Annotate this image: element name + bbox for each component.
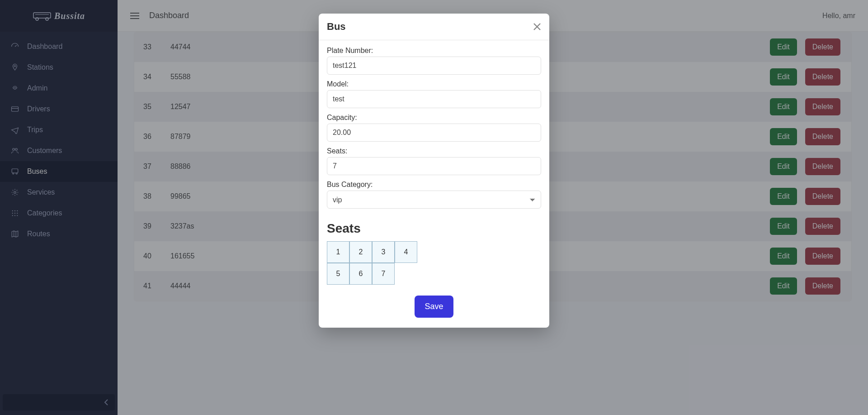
bus-modal: Bus Plate Number: Model: Capacity: Seats… bbox=[319, 14, 549, 328]
category-label: Bus Category: bbox=[327, 181, 541, 189]
plate-input[interactable] bbox=[327, 57, 541, 75]
seat-cell[interactable]: 3 bbox=[372, 241, 395, 263]
seat-cell[interactable]: 5 bbox=[327, 263, 349, 285]
close-icon bbox=[533, 23, 541, 31]
seat-cell[interactable]: 6 bbox=[349, 263, 372, 285]
model-input[interactable] bbox=[327, 90, 541, 108]
save-button[interactable]: Save bbox=[415, 296, 453, 318]
seat-cell[interactable]: 1 bbox=[327, 241, 349, 263]
seats-field-label: Seats: bbox=[327, 147, 541, 155]
plate-label: Plate Number: bbox=[327, 47, 541, 55]
seat-cell[interactable]: 2 bbox=[349, 241, 372, 263]
seat-cell[interactable]: 4 bbox=[395, 241, 417, 263]
seat-grid: 1234567 bbox=[327, 241, 423, 285]
modal-overlay[interactable]: Bus Plate Number: Model: Capacity: Seats… bbox=[0, 0, 868, 415]
modal-title: Bus bbox=[327, 21, 346, 33]
modal-body: Plate Number: Model: Capacity: Seats: Bu… bbox=[319, 40, 549, 318]
capacity-input[interactable] bbox=[327, 124, 541, 142]
modal-close-button[interactable] bbox=[533, 23, 541, 31]
capacity-label: Capacity: bbox=[327, 114, 541, 122]
seats-input[interactable] bbox=[327, 157, 541, 175]
model-label: Model: bbox=[327, 80, 541, 88]
seat-cell[interactable]: 7 bbox=[372, 263, 395, 285]
modal-header: Bus bbox=[319, 14, 549, 40]
seats-section-title: Seats bbox=[327, 221, 541, 236]
category-select[interactable]: vip bbox=[327, 191, 541, 209]
